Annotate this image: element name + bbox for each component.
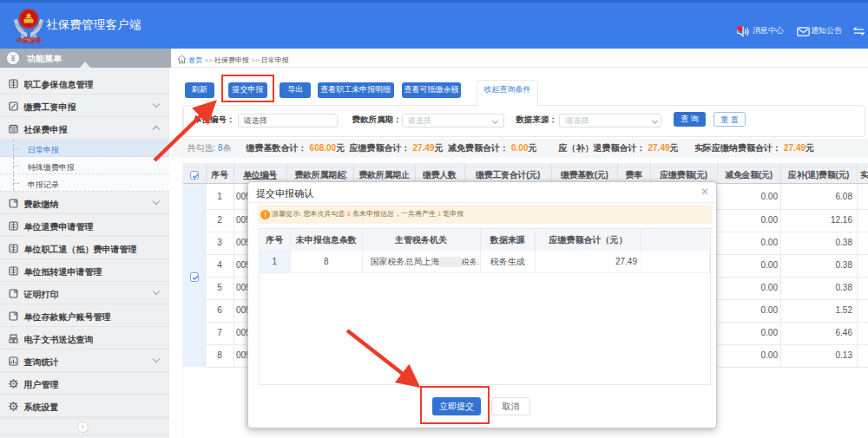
svg-text:¥: ¥ bbox=[10, 54, 16, 63]
svg-text:中国税务: 中国税务 bbox=[16, 36, 43, 44]
